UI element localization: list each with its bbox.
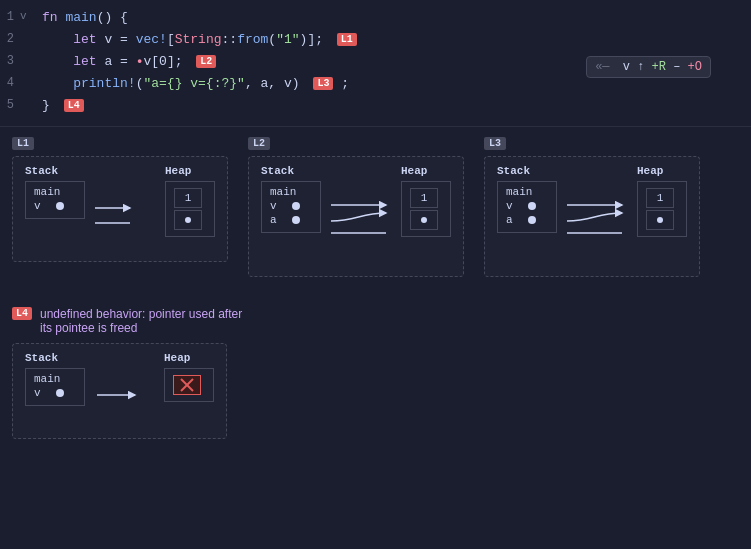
stack-title-l1: Stack	[25, 165, 58, 177]
tooltip-minus: –	[673, 60, 680, 74]
tooltip-o: +O	[688, 60, 702, 74]
heap-title-l4: Heap	[164, 352, 190, 364]
invalid-x-icon	[179, 377, 195, 393]
stack-row-a-l2: a	[270, 214, 312, 226]
code-text-2: let v = vec![String::from("1")]; L1	[34, 32, 751, 47]
l4-header: L4 undefined behavior: pointer used afte…	[12, 307, 739, 335]
stack-dot-a-l2	[292, 216, 300, 224]
tooltip-r: +R	[652, 60, 666, 74]
line-number-1: 1	[0, 10, 20, 24]
line-toggle-5	[20, 98, 34, 110]
stack-frame-name-l3: main	[506, 186, 548, 198]
code-text-1: fn main() {	[34, 10, 751, 25]
stack-row-a-l3: a	[506, 214, 548, 226]
heap-title-l3: Heap	[637, 165, 663, 177]
stack-var-a-l2: a	[270, 214, 286, 226]
arrow-svg-l3	[567, 193, 627, 268]
stack-var-a-l3: a	[506, 214, 522, 226]
stack-title-l4: Stack	[25, 352, 58, 364]
diagram-row-main: L1 Stack main v	[12, 137, 739, 277]
heap-cell-invalid-l4	[173, 375, 201, 395]
heap-cell-val-l2: 1	[410, 188, 438, 208]
diagram-l1-group: L1 Stack main v	[12, 137, 228, 262]
l4-section: L4 undefined behavior: pointer used afte…	[0, 299, 751, 447]
line-toggle-4	[20, 76, 34, 88]
stack-region-l4: Stack main v	[25, 352, 85, 406]
heap-title-l1: Heap	[165, 165, 191, 177]
stack-row-v-l4: v	[34, 387, 76, 399]
stack-var-v-l3: v	[506, 200, 522, 212]
stack-frame-name-l4: main	[34, 373, 76, 385]
stack-dot-v-l2	[292, 202, 300, 210]
arrow-svg-l4	[97, 380, 152, 430]
stack-row-v-l1: v	[34, 200, 76, 212]
stack-row-v-l2: v	[270, 200, 312, 212]
stack-row-v-l3: v	[506, 200, 548, 212]
heap-region-l4: Heap	[164, 352, 214, 402]
code-line-2: 2 let v = vec![String::from("1")]; L1 v …	[0, 30, 751, 52]
heap-region-l2: Heap 1	[401, 165, 451, 237]
line-toggle-1[interactable]: v	[20, 10, 34, 22]
stack-var-v-l2: v	[270, 200, 286, 212]
tooltip-l1: v ↑ +R – +O	[586, 56, 711, 78]
tooltip-var: v	[623, 60, 630, 74]
stack-frame-l2: main v a	[261, 181, 321, 233]
stack-title-l3: Stack	[497, 165, 530, 177]
stack-region-l3: Stack main v a	[497, 165, 557, 233]
tooltip-arrow: ↑	[637, 60, 644, 74]
heap-frame-l1: 1	[165, 181, 215, 237]
heap-frame-l3: 1	[637, 181, 687, 237]
diagram-l1-label: L1	[12, 137, 34, 150]
l4-badge: L4	[12, 307, 32, 320]
line-toggle-2	[20, 32, 34, 44]
heap-cell-dot-l3	[646, 210, 674, 230]
stack-frame-l3: main v a	[497, 181, 557, 233]
code-line-1: 1 v fn main() {	[0, 8, 751, 30]
stack-var-v-l4: v	[34, 387, 50, 399]
heap-frame-l4	[164, 368, 214, 402]
stack-frame-l4: main v	[25, 368, 85, 406]
stack-dot-a-l3	[528, 216, 536, 224]
heap-frame-l2: 1	[401, 181, 451, 237]
diagram-l3-group: L3 Stack main v a	[484, 137, 700, 277]
line-number-3: 3	[0, 54, 20, 68]
stack-dot-v-l1	[56, 202, 64, 210]
diagram-l3-label: L3	[484, 137, 506, 150]
stack-frame-name-l1: main	[34, 186, 76, 198]
heap-cell-dot-l2	[410, 210, 438, 230]
diagram-l4: Stack main v Heap	[12, 343, 227, 439]
heap-title-l2: Heap	[401, 165, 427, 177]
arrow-svg-l2	[331, 193, 391, 268]
label-l4: L4	[64, 99, 84, 112]
diagram-l1: Stack main v	[12, 156, 228, 262]
stack-title-l2: Stack	[261, 165, 294, 177]
line-number-4: 4	[0, 76, 20, 90]
heap-region-l3: Heap 1	[637, 165, 687, 237]
label-l3: L3	[313, 77, 333, 90]
diagram-l2: Stack main v a	[248, 156, 464, 277]
diagram-l3: Stack main v a	[484, 156, 700, 277]
diagram-l2-label: L2	[248, 137, 270, 150]
diagram-l2-group: L2 Stack main v a	[248, 137, 464, 277]
diagrams-section: L1 Stack main v	[0, 127, 751, 299]
label-l2: L2	[196, 55, 216, 68]
stack-frame-l1: main v	[25, 181, 85, 219]
heap-region-l1: Heap 1	[165, 165, 215, 237]
code-text-5: } L4	[34, 98, 751, 113]
stack-region-l1: Stack main v	[25, 165, 85, 219]
heap-cell-val-l3: 1	[646, 188, 674, 208]
code-line-5: 5 } L4	[0, 96, 751, 118]
heap-cell-val-l1: 1	[174, 188, 202, 208]
line-number-5: 5	[0, 98, 20, 112]
heap-cell-dot-l1	[174, 210, 202, 230]
code-editor: 1 v fn main() { 2 let v = vec![String::f…	[0, 0, 751, 127]
stack-dot-v-l3	[528, 202, 536, 210]
label-l1: L1	[337, 33, 357, 46]
code-text-4: println!("a={} v={:?}", a, v) L3 ;	[34, 76, 751, 91]
stack-region-l2: Stack main v a	[261, 165, 321, 233]
stack-dot-v-l4	[56, 389, 64, 397]
line-toggle-3	[20, 54, 34, 66]
stack-var-v-l1: v	[34, 200, 50, 212]
line-number-2: 2	[0, 32, 20, 46]
l4-error-text: undefined behavior: pointer used afterit…	[40, 307, 242, 335]
